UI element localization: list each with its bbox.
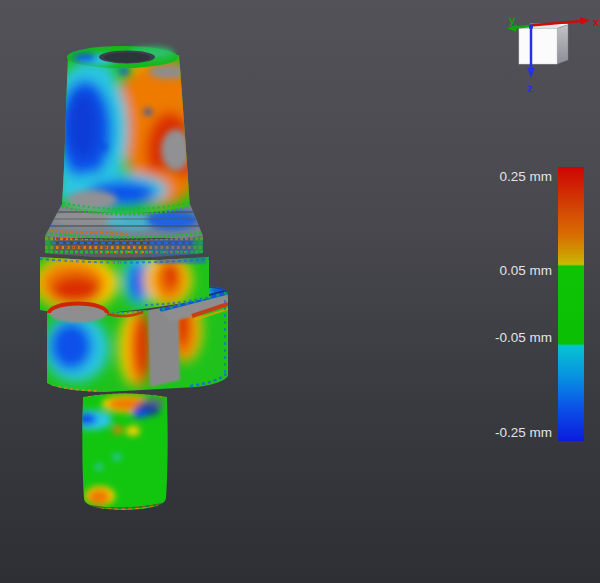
axis-y-label: y (509, 14, 516, 26)
cone-section (48, 45, 208, 220)
3d-viewport[interactable]: x y z 0.25 mm 0.05 mm -0.05 mm -0.25 mm (0, 0, 600, 583)
cone-top-face (67, 46, 178, 68)
axis-x-label: x (593, 16, 600, 28)
axis-z-label: z (527, 82, 533, 94)
orientation-triad[interactable]: x y z (495, 10, 600, 100)
nav-cube (519, 25, 568, 65)
stem-section (72, 385, 180, 515)
